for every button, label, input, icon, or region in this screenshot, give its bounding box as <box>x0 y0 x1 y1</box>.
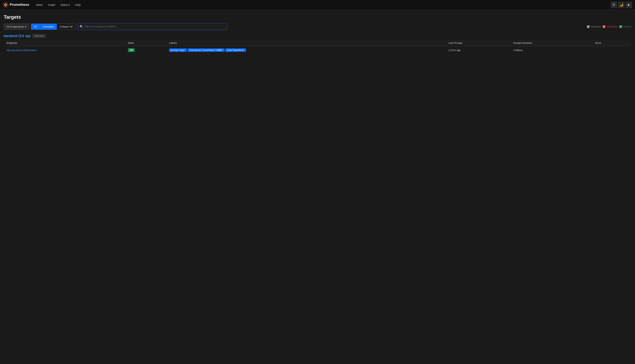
cell-scrape-duration: 2.690ms <box>511 46 593 54</box>
theme-moon-button[interactable]: 🌙 <box>618 2 624 8</box>
nav-status-dropdown[interactable]: Status ▾ <box>58 2 72 8</box>
filter-collapse-button[interactable]: Collapse All <box>57 24 76 30</box>
last-scrape-value: 2.217s ago <box>449 49 461 52</box>
dropdown-chevron-icon: ▾ <box>69 3 70 6</box>
prometheus-logo <box>3 2 8 8</box>
svg-rect-2 <box>6 3 6 4</box>
filter-all-button[interactable]: All <box>31 24 40 30</box>
brand-link[interactable]: Prometheus <box>3 2 29 8</box>
labels-container: group="app"instance="localhost:3000"job=… <box>169 48 443 52</box>
state-badge-up: UP <box>128 48 135 52</box>
filter-unhealthy-button[interactable]: Unhealthy <box>40 24 57 30</box>
col-endpoint: Endpoint <box>4 40 125 46</box>
show-less-button[interactable]: show less <box>32 34 46 38</box>
status-unhealthy-filter: Unhealthy <box>603 25 617 28</box>
nav-status-label: Status <box>61 3 68 6</box>
cell-labels: group="app"instance="localhost:3000"job=… <box>166 46 446 54</box>
page-title: Targets <box>4 14 631 20</box>
cell-last-scrape: 2.217s ago <box>446 46 511 54</box>
svg-rect-5 <box>6 4 7 5</box>
filter-buttons-group: All Unhealthy Collapse All <box>31 24 76 30</box>
cell-endpoint: http://localhost:3000/metrics <box>4 46 125 54</box>
healthy-label: Healthy <box>623 25 631 28</box>
label-badge: instance="localhost:3000" <box>188 48 225 52</box>
nav-alerts[interactable]: Alerts <box>34 2 45 8</box>
status-healthy-filter: Healthy <box>619 25 631 28</box>
unhealthy-checkbox[interactable] <box>603 25 605 28</box>
status-filters: Unknown Unhealthy Healthy <box>587 25 631 28</box>
scrape-pool-dropdown[interactable]: All scrape pools ▾ <box>4 24 29 30</box>
table-row: http://localhost:3000/metricsUPgroup="ap… <box>4 46 631 54</box>
nav-help[interactable]: Help <box>73 2 83 8</box>
cell-error <box>593 46 631 54</box>
endpoint-link[interactable]: http://localhost:3000/metrics <box>7 49 37 52</box>
search-input[interactable] <box>85 25 225 28</box>
brand-name: Prometheus <box>10 3 29 7</box>
section-backend-header: backend (1/1 up) show less <box>4 34 631 38</box>
show-less-label: show less <box>34 34 44 37</box>
section-backend-title[interactable]: backend (1/1 up) <box>4 34 30 38</box>
nav-links: Alerts Graph Status ▾ Help <box>34 2 611 8</box>
settings-button[interactable]: ⚙ <box>611 2 617 8</box>
col-labels: Labels <box>166 40 446 46</box>
unknown-checkbox[interactable] <box>587 25 590 28</box>
unhealthy-label: Unhealthy <box>606 25 617 28</box>
svg-rect-4 <box>4 4 5 5</box>
toolbar: All scrape pools ▾ All Unhealthy Collaps… <box>4 23 631 30</box>
contrast-icon: ◐ <box>627 3 630 6</box>
status-unknown-filter: Unknown <box>587 25 601 28</box>
unknown-label: Unknown <box>591 25 601 28</box>
table-body: http://localhost:3000/metricsUPgroup="ap… <box>4 46 631 54</box>
col-error: Error <box>593 40 631 46</box>
col-scrape-duration: Scrape Duration <box>511 40 593 46</box>
healthy-checkbox[interactable] <box>619 25 622 28</box>
scrape-duration-value: 2.690ms <box>513 49 523 52</box>
nav-graph[interactable]: Graph <box>46 2 58 8</box>
scrape-pool-label: All scrape pools <box>7 25 24 28</box>
label-badge: job="backend" <box>225 48 246 52</box>
scrape-pool-chevron-icon: ▾ <box>25 25 26 28</box>
navbar: Prometheus Alerts Graph Status ▾ Help ⚙ … <box>0 0 635 10</box>
moon-icon: 🌙 <box>619 3 623 6</box>
col-state: State <box>125 40 166 46</box>
cell-state: UP <box>125 46 166 54</box>
main-content: Targets All scrape pools ▾ All Unhealthy… <box>0 10 635 58</box>
theme-contrast-button[interactable]: ◐ <box>626 2 632 8</box>
nav-right: ⚙ 🌙 ◐ <box>611 2 632 8</box>
search-wrapper: 🔍 <box>78 23 228 30</box>
label-badge: group="app" <box>169 48 187 52</box>
settings-icon: ⚙ <box>612 3 615 6</box>
table-header: Endpoint State Labels Last Scrape Scrape… <box>4 40 631 46</box>
search-icon: 🔍 <box>80 25 83 28</box>
targets-table: Endpoint State Labels Last Scrape Scrape… <box>4 40 631 54</box>
col-last-scrape: Last Scrape <box>446 40 511 46</box>
svg-rect-3 <box>6 5 6 6</box>
